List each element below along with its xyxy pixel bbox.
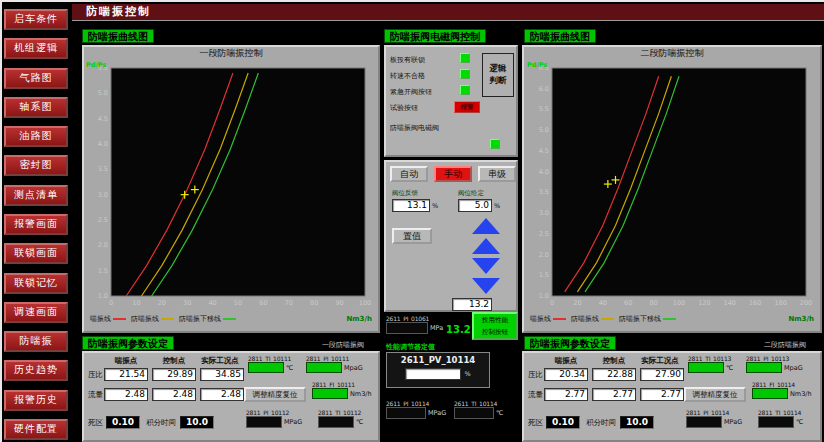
tag-display: 2811_PI_10113 MpaG xyxy=(746,355,803,373)
sidebar-item-12[interactable]: 防喘振 xyxy=(4,331,68,352)
y-tick-label: 5.5 xyxy=(539,105,549,113)
row-label: 流量 xyxy=(528,390,543,400)
set-value-button[interactable]: 置值 xyxy=(392,228,432,244)
manual-mode-button[interactable]: 手动 xyxy=(434,166,472,182)
x-tick-label: 90 xyxy=(335,299,343,307)
performance-control-button[interactable]: 投用性能 控制按钮 xyxy=(472,312,518,340)
deadband-value-box[interactable]: 0.10 xyxy=(546,416,580,429)
x-tick-label: 60 xyxy=(624,299,632,307)
deadband-value-box[interactable]: 0.10 xyxy=(106,416,140,429)
sidebar-item-11[interactable]: 调速画面 xyxy=(4,302,68,323)
param-value-box: 34.85 xyxy=(200,368,244,381)
tag-display: 2811_TI_10112 ℃ xyxy=(318,409,363,428)
legend-item: 防喘振线 xyxy=(131,314,174,324)
y-tick-label: 3.5 xyxy=(98,165,108,173)
legend-swatch xyxy=(161,318,174,320)
sidebar-item-2[interactable]: 机组逻辑 xyxy=(4,38,68,59)
sidebar-item-9[interactable]: 联锁画面 xyxy=(4,243,68,264)
interlock-indicator xyxy=(460,53,470,63)
up-arrow-button-2[interactable] xyxy=(472,238,500,254)
legend-swatch xyxy=(663,318,676,320)
manual-output-box[interactable]: 13.2 xyxy=(452,298,492,311)
sidebar-item-10[interactable]: 联锁记忆 xyxy=(4,273,68,294)
y-tick-label: 2.0 xyxy=(98,241,108,249)
x-tick-label: 200 xyxy=(800,299,812,307)
sidebar-item-14[interactable]: 报警历史 xyxy=(4,390,68,411)
tag-display: 2811_FI_10114 Nm3/h xyxy=(752,381,812,399)
x-tick-label: 80 xyxy=(310,299,318,307)
y-tick-label: 1.0 xyxy=(98,292,108,300)
bottom-tag-unit: MPaG xyxy=(428,409,446,417)
integral-value-box[interactable]: 10.0 xyxy=(620,416,654,429)
y-tick-label: 2.0 xyxy=(539,251,549,259)
y-tick-label: 4.0 xyxy=(98,140,108,148)
sidebar-item-8[interactable]: 报警画面 xyxy=(4,214,68,235)
solenoid-valve-label: 防喘振阀电磁阀 xyxy=(390,123,439,133)
tag-value-box xyxy=(746,362,782,373)
right-params-panel: 喘振点 控制点 实际工况点 压比 20.34 22.88 27.90 流量 2.… xyxy=(522,351,822,442)
solenoid-section-label: 防喘振阀电磁阀控制 xyxy=(384,29,486,43)
legend-label: 喘振线 xyxy=(90,314,111,324)
down-arrow-button-1[interactable] xyxy=(472,258,500,274)
bottom-tag-display: 2611_TI_10114 ℃ xyxy=(454,400,503,419)
precision-reset-button[interactable]: 调整精度复位 xyxy=(244,387,306,402)
param-value-box: 29.89 xyxy=(152,368,196,381)
sidebar-item-6[interactable]: 密封图 xyxy=(4,155,68,176)
legend-item: 防喘振下移线 xyxy=(619,314,676,324)
performance-button-line: 控制按钮 xyxy=(474,326,516,338)
precision-reset-button[interactable]: 调整精度复位 xyxy=(684,387,746,402)
interlock-label: 转速不合格 xyxy=(390,71,425,81)
x-tick-label: 30 xyxy=(183,299,191,307)
row-label: 流量 xyxy=(88,390,103,400)
setpoint-unit: % xyxy=(494,202,500,210)
right-chart-plot: 1.01.52.02.53.03.54.04.55.05.56.06.50204… xyxy=(526,60,818,312)
y-tick-label: 1.5 xyxy=(98,267,108,275)
left-chart-title: 一段防喘振控制 xyxy=(84,47,378,60)
integral-value-box[interactable]: 10.0 xyxy=(180,416,214,429)
anti-surge-control-screen: 防喘振控制 启车条件机组逻辑气路图轴系图油路图密封图测点清单报警画面联锁画面联锁… xyxy=(0,0,824,442)
sidebar-item-5[interactable]: 油路图 xyxy=(4,126,68,147)
integral-label: 积分时间 xyxy=(146,418,176,428)
x-tick-label: 0 xyxy=(109,299,113,307)
legend-label: 防喘振线 xyxy=(131,314,159,324)
tag-value-box xyxy=(246,416,282,428)
sidebar-item-13[interactable]: 历史趋势 xyxy=(4,360,68,381)
tag-display: 2811_TI_10111 ℃ xyxy=(248,355,293,373)
sidebar-item-4[interactable]: 轴系图 xyxy=(4,97,68,118)
tag-display: 2811_TI_10114 ℃ xyxy=(758,409,803,428)
sidebar-item-15[interactable]: 硬件配置 xyxy=(4,419,68,440)
performance-button-line: 投用性能 xyxy=(474,314,516,326)
tag-value-box xyxy=(312,388,348,399)
up-arrow-button-1[interactable] xyxy=(472,218,500,234)
right-params-subtitle: 二段防喘振阀 xyxy=(764,340,806,350)
setpoint-value-box[interactable]: 5.0 xyxy=(458,199,492,212)
pressure-value-box xyxy=(386,322,428,334)
y-axis-label: Pd/Ps xyxy=(86,61,106,69)
tag-value-box xyxy=(758,416,794,428)
y-tick-label: 2.5 xyxy=(539,230,549,238)
alarm-indicator[interactable]: 报警 xyxy=(454,101,480,113)
feedback-value-box: 13.1 xyxy=(392,199,430,212)
cascade-mode-button[interactable]: 串级 xyxy=(478,166,516,182)
pv-value-box[interactable] xyxy=(405,368,461,380)
interlock-indicator xyxy=(460,85,470,95)
y-axis-label: Pd/Ps xyxy=(527,61,547,69)
legend-item: 防喘振线 xyxy=(571,314,614,324)
tag-display: 2811_PI_10111 MpaG xyxy=(306,355,363,373)
tag-value-box xyxy=(752,388,788,399)
left-chart-legend: 喘振线防喘振线防喘振下移线Nm3/h xyxy=(84,312,378,325)
down-arrow-button-2[interactable] xyxy=(472,278,500,294)
legend-swatch xyxy=(113,318,126,320)
sidebar-item-1[interactable]: 启车条件 xyxy=(4,9,68,30)
sidebar-item-3[interactable]: 气路图 xyxy=(4,68,68,89)
col-header: 控制点 xyxy=(592,356,636,366)
sidebar-item-7[interactable]: 测点清单 xyxy=(4,185,68,206)
row-label: 压比 xyxy=(528,370,543,380)
auto-mode-button[interactable]: 自动 xyxy=(390,166,428,182)
x-tick-label: 20 xyxy=(158,299,166,307)
row-label: 压比 xyxy=(88,370,103,380)
x-tick-label: 120 xyxy=(698,299,710,307)
pv-tag-name: 2611_PV_10114 xyxy=(387,353,489,365)
left-params-section-label: 防喘振阀参数设定 xyxy=(82,336,174,350)
x-tick-label: 20 xyxy=(573,299,581,307)
